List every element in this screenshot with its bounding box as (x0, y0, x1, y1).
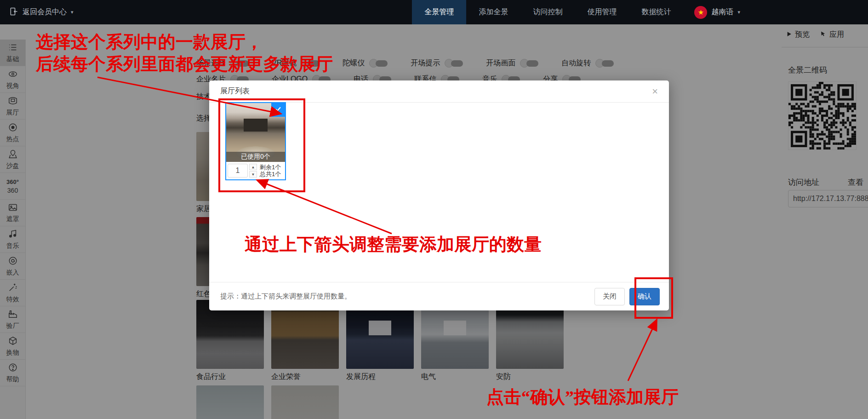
top-nav-items: 全景管理 添加全景 访问控制 使用管理 数据统计 ★ 越南语 ▾ (412, 0, 740, 24)
decrement-button[interactable]: ▼ (249, 171, 257, 178)
quantity-info: 剩余1个 总共1个 (260, 164, 281, 178)
total-count: 总共1个 (260, 171, 281, 178)
nav-usage-manage[interactable]: 使用管理 (575, 0, 629, 24)
vietnam-flag-icon: ★ (694, 6, 707, 19)
hall-card[interactable]: 已使用0个 ▲ ▼ 剩余1个 总共1个 (225, 102, 286, 180)
nav-access-control[interactable]: 访问控制 (520, 0, 575, 24)
language-label: 越南语 (711, 7, 733, 17)
modal-footer: 提示：通过上下箭头来调整展厅使用数量。 关闭 确认 (209, 282, 669, 310)
chevron-down-icon: ▾ (71, 9, 74, 15)
quantity-stepper: ▲ ▼ 剩余1个 总共1个 (226, 162, 285, 179)
back-label: 返回会员中心 (23, 7, 67, 17)
nav-add-panorama[interactable]: 添加全景 (466, 0, 520, 24)
back-to-member-center[interactable]: 返回会员中心 ▾ (0, 0, 74, 24)
nav-data-statistics[interactable]: 数据统计 (629, 0, 683, 24)
app-window: 基础 视角 展厅 热点 沙盘 360° 360 (0, 0, 868, 419)
quantity-input[interactable] (228, 164, 248, 178)
chevron-down-icon: ▾ (737, 9, 740, 15)
used-count-badge: 已使用0个 (226, 152, 285, 162)
nav-panorama-manage[interactable]: 全景管理 (412, 0, 466, 24)
footer-hint: 提示：通过上下箭头来调整展厅使用数量。 (220, 292, 594, 301)
confirm-button[interactable]: 确认 (629, 288, 660, 305)
modal-header: 展厅列表 × (209, 80, 669, 103)
close-button[interactable]: 关闭 (594, 288, 625, 305)
hall-thumbnail: 已使用0个 (226, 103, 285, 162)
stepper-arrows: ▲ ▼ (249, 164, 257, 178)
top-navigation-bar: 返回会员中心 ▾ 全景管理 添加全景 访问控制 使用管理 数据统计 ★ 越南语 … (0, 0, 868, 24)
close-icon[interactable]: × (652, 86, 658, 97)
remaining-count: 剩余1个 (260, 164, 281, 171)
selected-checkbox[interactable] (271, 103, 285, 117)
exit-icon (9, 7, 18, 18)
check-icon (274, 105, 282, 115)
increment-button[interactable]: ▲ (249, 164, 257, 170)
language-selector[interactable]: ★ 越南语 ▾ (683, 0, 740, 24)
hall-list-modal: 展厅列表 × 已使用0个 ▲ ▼ 剩余1个 总共1个 (209, 80, 669, 310)
modal-title: 展厅列表 (220, 86, 250, 96)
